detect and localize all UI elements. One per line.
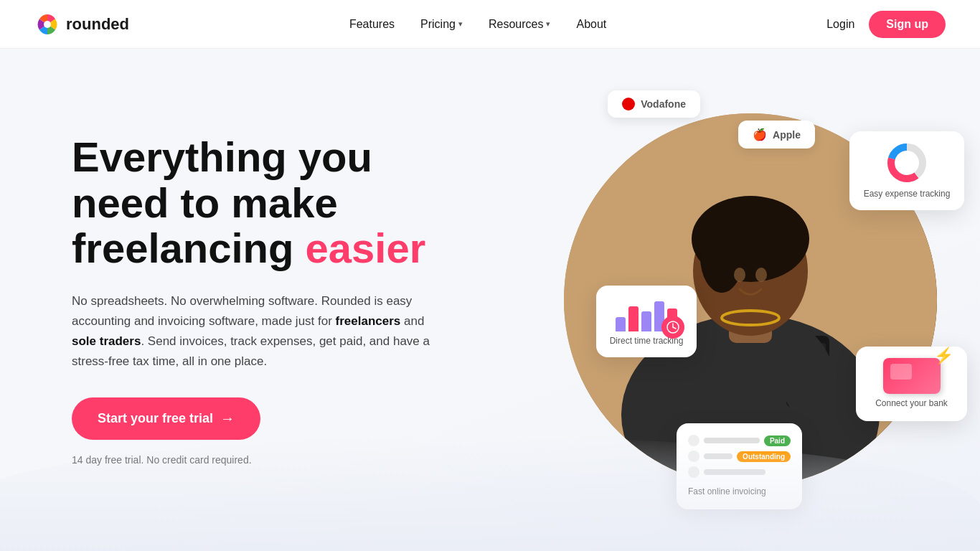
- nav-links: Features Pricing ▾ Resources ▾ About: [349, 18, 606, 31]
- svg-point-9: [755, 268, 767, 282]
- login-button[interactable]: Login: [826, 18, 854, 31]
- expense-card-label: Easy expense tracking: [864, 189, 951, 200]
- credit-card-graphic: [883, 358, 941, 394]
- svg-line-20: [673, 327, 676, 329]
- time-card: Direct time tracking: [596, 286, 697, 357]
- svg-point-8: [734, 268, 745, 282]
- clock-icon: [661, 316, 684, 339]
- arrow-icon: →: [220, 410, 235, 427]
- bank-card: ⚡ Connect your bank: [856, 347, 967, 421]
- nav-label-features: Features: [349, 18, 395, 31]
- svg-point-7: [700, 221, 743, 293]
- lightning-icon: ⚡: [934, 347, 953, 365]
- paid-badge: Paid: [764, 435, 791, 446]
- apple-label: Apple: [773, 129, 801, 141]
- chevron-down-icon: ▾: [546, 19, 550, 29]
- trial-cta-label: Start your free trial: [98, 411, 213, 426]
- nav-item-about[interactable]: About: [576, 18, 606, 31]
- svg-point-0: [44, 21, 51, 28]
- hero-section: Everything you need to make freelancing …: [0, 49, 980, 551]
- expense-card: Easy expense tracking: [849, 131, 964, 210]
- nav-item-features[interactable]: Features: [349, 18, 395, 31]
- hero-title: Everything you need to make freelancing …: [72, 134, 445, 271]
- nav-label-resources: Resources: [489, 18, 543, 31]
- nav-label-pricing: Pricing: [420, 18, 456, 31]
- vodafone-label: Vodafone: [641, 98, 686, 110]
- navbar: rounded Features Pricing ▾ Resources ▾ A…: [0, 0, 980, 49]
- logo-text: rounded: [66, 15, 129, 34]
- donut-chart: [885, 141, 928, 184]
- apple-icon: 🍎: [753, 128, 767, 141]
- svg-point-17: [900, 156, 914, 170]
- trial-note: 14 day free trial. No credit card requir…: [72, 454, 445, 466]
- nav-item-pricing[interactable]: Pricing ▾: [420, 18, 463, 31]
- nav-label-about: About: [576, 18, 606, 31]
- nav-actions: Login Sign up: [826, 11, 946, 38]
- nav-item-resources[interactable]: Resources ▾: [489, 18, 550, 31]
- logo-link[interactable]: rounded: [34, 11, 129, 37]
- vodafone-dot: [622, 98, 635, 110]
- hero-content: Everything you need to make freelancing …: [72, 134, 445, 466]
- bank-card-label: Connect your bank: [875, 398, 948, 410]
- apple-pill: 🍎 Apple: [738, 121, 815, 149]
- signup-button[interactable]: Sign up: [869, 11, 946, 38]
- vodafone-pill: Vodafone: [608, 90, 700, 118]
- chevron-down-icon: ▾: [458, 19, 463, 29]
- logo-icon: [34, 11, 60, 37]
- hero-description: No spreadsheets. No overwhelming softwar…: [72, 291, 445, 372]
- trial-cta-button[interactable]: Start your free trial →: [72, 397, 260, 440]
